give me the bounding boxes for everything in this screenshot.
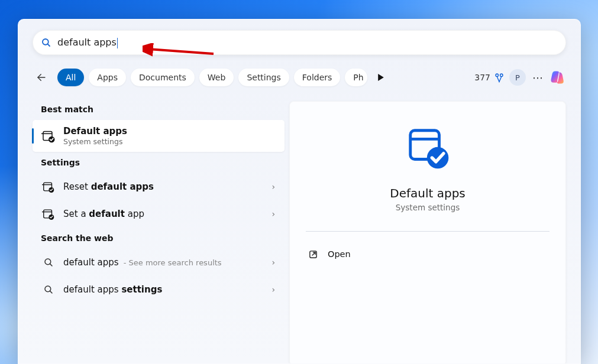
svg-line-1 xyxy=(47,44,50,46)
svg-line-16 xyxy=(50,264,52,266)
detail-pane: Default apps System settings Open xyxy=(289,101,566,364)
default-apps-icon xyxy=(41,207,56,220)
chevron-right-icon: › xyxy=(271,182,279,191)
default-apps-icon xyxy=(41,180,56,193)
search-icon xyxy=(41,257,56,268)
result-reset-default-apps[interactable]: Reset default apps › xyxy=(33,173,285,200)
results-list: Best match Default apps System settings … xyxy=(18,99,285,364)
filter-scroll-right-icon[interactable] xyxy=(372,69,390,86)
filter-all[interactable]: All xyxy=(57,69,84,86)
filter-settings[interactable]: Settings xyxy=(238,69,289,86)
result-title: default apps settings xyxy=(63,284,162,295)
search-bar[interactable]: default apps xyxy=(33,30,566,55)
default-apps-large-icon xyxy=(405,125,451,173)
svg-point-4 xyxy=(496,74,499,77)
web-result-default-apps-settings[interactable]: default apps settings › xyxy=(33,276,285,303)
rewards-points[interactable]: 377 xyxy=(474,72,505,83)
default-apps-icon xyxy=(41,129,56,143)
search-panel: default apps All Apps Documents Web Sett… xyxy=(18,19,581,364)
copilot-icon[interactable] xyxy=(549,69,566,86)
filter-web[interactable]: Web xyxy=(199,69,234,86)
open-label: Open xyxy=(328,249,351,259)
open-action[interactable]: Open xyxy=(306,242,549,266)
rewards-icon xyxy=(494,72,505,83)
search-icon xyxy=(41,284,56,295)
section-settings: Settings xyxy=(41,158,285,167)
svg-point-5 xyxy=(500,74,503,77)
section-search-web: Search the web xyxy=(41,233,285,243)
detail-title: Default apps xyxy=(390,186,466,200)
search-input[interactable]: default apps xyxy=(57,37,558,48)
result-title: default apps - See more search results xyxy=(63,257,222,268)
filter-photos[interactable]: Ph xyxy=(345,69,367,86)
user-avatar[interactable]: P xyxy=(509,69,526,86)
back-button[interactable] xyxy=(33,69,50,86)
separator xyxy=(306,231,549,232)
section-best-match: Best match xyxy=(41,105,285,114)
filter-folders[interactable]: Folders xyxy=(294,69,341,86)
open-external-icon xyxy=(308,249,318,259)
search-icon xyxy=(41,37,51,48)
chevron-right-icon: › xyxy=(271,258,279,267)
result-title: Default apps xyxy=(63,126,127,136)
result-title: Set a default app xyxy=(63,209,144,219)
svg-line-18 xyxy=(50,291,52,293)
result-set-default-app[interactable]: Set a default app › xyxy=(33,200,285,228)
chevron-right-icon: › xyxy=(271,209,279,219)
filter-apps[interactable]: Apps xyxy=(89,69,126,86)
result-default-apps[interactable]: Default apps System settings xyxy=(33,120,285,152)
chevron-right-icon: › xyxy=(271,285,279,294)
filter-documents[interactable]: Documents xyxy=(131,69,195,86)
detail-subtitle: System settings xyxy=(396,203,460,212)
result-title: Reset default apps xyxy=(63,181,154,192)
result-subtitle: System settings xyxy=(63,137,127,146)
web-result-default-apps[interactable]: default apps - See more search results › xyxy=(33,249,285,276)
more-button[interactable]: ⋯ xyxy=(531,72,545,84)
filter-row: All Apps Documents Web Settings Folders … xyxy=(33,67,566,88)
